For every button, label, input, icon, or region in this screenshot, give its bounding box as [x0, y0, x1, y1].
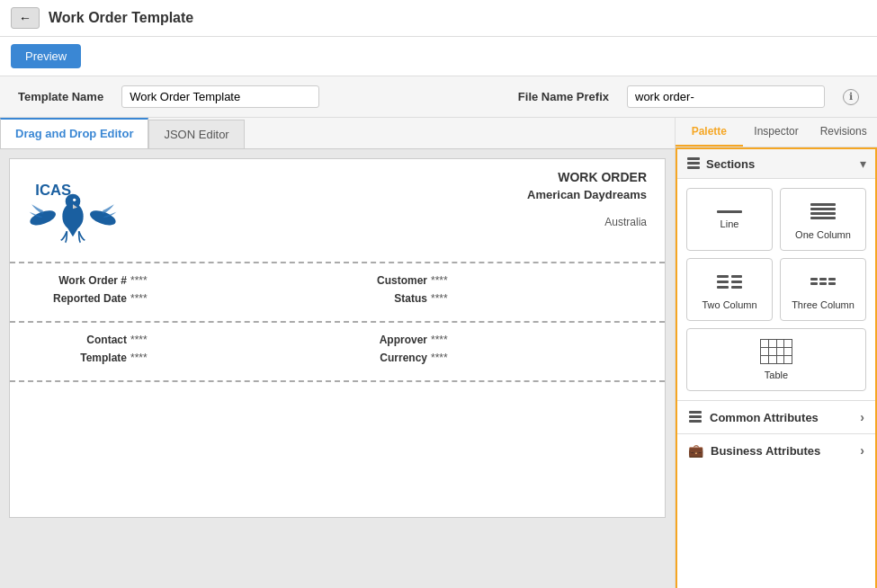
three-column-icon: [810, 269, 836, 294]
file-name-prefix-label: File Name Prefix: [518, 90, 609, 103]
common-attributes-left: Common Attributes: [688, 410, 819, 424]
sections-label: Sections: [706, 157, 755, 171]
work-order-label: Work Order #: [37, 274, 127, 287]
reported-date-label: Reported Date: [37, 292, 127, 305]
sections-header-left: Sections: [686, 156, 755, 171]
template-label: Template: [37, 352, 127, 364]
palette-item-line[interactable]: Line: [686, 188, 773, 251]
contact-value: ****: [130, 334, 148, 346]
right-panel: Palette Inspector Revisions Sections ▾: [675, 118, 877, 588]
template-name-label: Template Name: [18, 90, 103, 103]
svg-rect-13: [689, 420, 702, 423]
preview-section: Preview: [0, 37, 877, 76]
header-bar: ← Work Order Template: [0, 0, 877, 37]
info-icon[interactable]: ℹ: [843, 89, 859, 105]
business-attributes-label: Business Attributes: [711, 444, 820, 458]
reported-date-row: Reported Date ****: [37, 292, 337, 305]
template-value: ****: [130, 352, 148, 364]
company-name: American Daydreams: [527, 188, 647, 201]
form-col-right-2: Approver **** Currency ****: [337, 334, 638, 370]
common-attributes-chevron: ›: [860, 410, 864, 424]
work-order-row: Work Order # ****: [37, 274, 337, 287]
tab-palette[interactable]: Palette: [676, 118, 743, 147]
line-icon: [717, 210, 742, 213]
tab-inspector[interactable]: Inspector: [743, 118, 810, 147]
editor-area: Drag and Drop Editor JSON Editor ICAS: [0, 118, 675, 588]
one-column-label: One Column: [795, 229, 851, 240]
briefcase-icon: 💼: [688, 443, 703, 458]
template-name-row: Template Name File Name Prefix ℹ: [0, 76, 877, 118]
editor-tabs: Drag and Drop Editor JSON Editor: [0, 118, 675, 149]
common-attributes-label: Common Attributes: [710, 411, 819, 424]
sections-icon: [686, 156, 701, 171]
contact-label: Contact: [37, 334, 127, 346]
form-col-left-1: Work Order # **** Reported Date ****: [37, 274, 337, 310]
work-order-value: ****: [130, 274, 148, 287]
status-value: ****: [431, 292, 448, 305]
currency-row: Currency ****: [337, 352, 638, 364]
approver-row: Approver ****: [337, 334, 638, 346]
canvas: ICAS: [9, 158, 666, 518]
customer-row: Customer ****: [337, 274, 638, 287]
status-label: Status: [337, 292, 427, 305]
palette-grid: Line One Column: [677, 179, 875, 400]
svg-rect-8: [687, 157, 700, 160]
reported-date-value: ****: [130, 292, 148, 305]
currency-value: ****: [431, 352, 448, 364]
approver-value: ****: [431, 334, 448, 346]
svg-rect-9: [687, 162, 700, 165]
tab-revisions[interactable]: Revisions: [810, 118, 877, 147]
tab-json-editor[interactable]: JSON Editor: [148, 120, 244, 148]
template-row: Template ****: [37, 352, 337, 364]
line-label: Line: [720, 218, 739, 229]
svg-rect-11: [689, 411, 702, 414]
currency-label: Currency: [337, 352, 427, 364]
customer-label: Customer: [337, 274, 427, 287]
palette-item-table[interactable]: Table: [686, 328, 866, 391]
canvas-header-section: ICAS: [10, 159, 665, 263]
form-col-right-1: Customer **** Status ****: [337, 274, 638, 310]
common-attributes-item[interactable]: Common Attributes ›: [677, 400, 875, 433]
preview-button[interactable]: Preview: [11, 44, 81, 68]
canvas-wrapper[interactable]: ICAS: [0, 149, 675, 588]
icas-logo: ICAS: [28, 170, 118, 251]
sections-header[interactable]: Sections ▾: [677, 149, 875, 179]
svg-point-6: [73, 199, 76, 201]
status-row: Status ****: [337, 292, 638, 305]
panel-tabs: Palette Inspector Revisions: [676, 118, 877, 147]
template-name-input[interactable]: [121, 85, 319, 108]
form-col-left-2: Contact **** Template ****: [37, 334, 337, 370]
two-column-icon: [717, 269, 742, 294]
business-attributes-item[interactable]: 💼 Business Attributes ›: [677, 433, 875, 467]
logo-area: ICAS: [28, 170, 118, 251]
palette-item-two-column[interactable]: Two Column: [686, 258, 773, 321]
work-order-title: WORK ORDER: [527, 170, 647, 184]
svg-rect-10: [687, 166, 700, 169]
form-section-1: Work Order # **** Reported Date **** Cus…: [10, 263, 665, 323]
back-button[interactable]: ←: [11, 7, 40, 29]
main-layout: Drag and Drop Editor JSON Editor ICAS: [0, 118, 877, 588]
two-column-label: Two Column: [702, 299, 756, 310]
business-attributes-left: 💼 Business Attributes: [688, 443, 820, 458]
approver-label: Approver: [337, 334, 427, 346]
country: Australia: [527, 216, 647, 228]
business-attributes-chevron: ›: [860, 443, 864, 458]
palette-item-three-column[interactable]: Three Column: [780, 258, 866, 321]
form-section-2: Contact **** Template **** Approver ****: [10, 323, 665, 382]
three-column-label: Three Column: [792, 299, 855, 310]
table-icon: [760, 339, 792, 364]
page-title: Work Order Template: [49, 10, 193, 26]
file-name-prefix-input[interactable]: [627, 85, 825, 108]
palette-item-one-column[interactable]: One Column: [780, 188, 866, 251]
svg-marker-7: [67, 227, 78, 236]
chevron-down-icon: ▾: [860, 156, 866, 171]
tab-drag-drop[interactable]: Drag and Drop Editor: [0, 118, 148, 148]
svg-text:ICAS: ICAS: [35, 182, 71, 199]
header-right: WORK ORDER American Daydreams Australia: [527, 170, 647, 228]
contact-row: Contact ****: [37, 334, 337, 346]
customer-value: ****: [431, 274, 448, 287]
common-attributes-icon: [688, 410, 702, 424]
palette-panel: Sections ▾ Line: [676, 147, 877, 588]
one-column-icon: [810, 199, 836, 224]
svg-rect-12: [689, 415, 702, 418]
